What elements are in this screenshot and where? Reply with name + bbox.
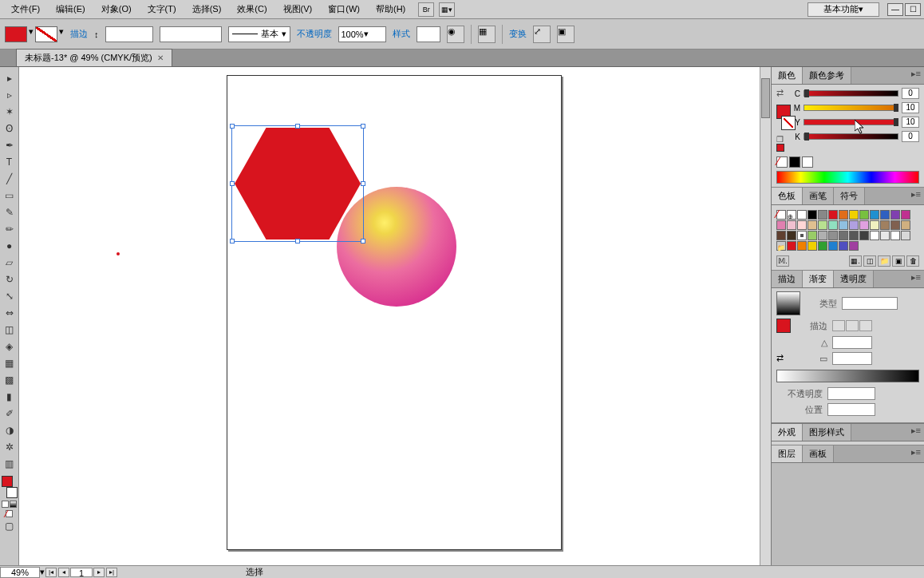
gradient-angle-field[interactable] (832, 336, 872, 349)
gradient-stop-position-field[interactable] (827, 403, 875, 416)
opacity-field[interactable]: 100% ▾ (338, 26, 386, 42)
reverse-gradient-icon[interactable]: ⇄ (776, 353, 791, 364)
tab-color-guide[interactable]: 颜色参考 (803, 67, 851, 84)
paintbrush-tool[interactable]: ✎ (2, 204, 18, 220)
menu-type[interactable]: 文字(T) (140, 1, 184, 18)
blend-tool[interactable]: ◑ (2, 422, 18, 438)
swatch-folder-icon[interactable]: 📁 (776, 241, 786, 251)
menu-view[interactable]: 视图(V) (275, 1, 321, 18)
stroke-grad-along-icon[interactable] (846, 320, 859, 331)
swatch-item[interactable] (849, 220, 859, 230)
rectangle-tool[interactable]: ▭ (2, 188, 18, 204)
swatch-item[interactable] (828, 231, 838, 240)
swatch-item[interactable] (849, 241, 859, 251)
swatch-item[interactable] (880, 220, 890, 230)
tab-layers[interactable]: 图层 (772, 445, 803, 462)
new-swatch-icon[interactable]: ▣ (892, 255, 905, 267)
menu-edit[interactable]: 编辑(E) (48, 1, 93, 18)
menu-help[interactable]: 帮助(H) (368, 1, 413, 18)
swatch-item[interactable] (890, 231, 900, 240)
menu-file[interactable]: 文件(F) (3, 1, 48, 18)
selection-handle[interactable] (361, 124, 365, 129)
isolate-button[interactable]: ▣ (557, 26, 575, 43)
swatch-item[interactable] (828, 220, 838, 230)
close-icon[interactable]: ✕ (157, 53, 164, 62)
swatch-item[interactable] (787, 231, 796, 240)
shape-builder-tool[interactable]: ◈ (2, 338, 18, 354)
selection-handle[interactable] (295, 239, 300, 243)
black-swatch-icon[interactable] (789, 156, 800, 168)
panel-menu-icon[interactable]: ▸≡ (908, 424, 924, 441)
slider-magenta[interactable] (804, 105, 898, 111)
column-graph-tool[interactable]: ▥ (2, 456, 18, 472)
tab-color[interactable]: 颜色 (772, 67, 803, 84)
swatch-item[interactable] (859, 210, 869, 220)
swatch-item[interactable] (901, 220, 910, 230)
eraser-tool[interactable]: ▱ (2, 255, 18, 271)
swatch-item[interactable] (797, 210, 807, 220)
screen-mode-button[interactable]: ▢ (2, 518, 18, 534)
slider-black[interactable] (804, 133, 898, 140)
selection-handle[interactable] (361, 181, 365, 186)
swatch-item[interactable] (839, 231, 848, 240)
variable-width-profile[interactable] (160, 26, 222, 42)
panel-menu-icon[interactable]: ▸≡ (908, 188, 924, 204)
document-tab[interactable]: 未标题-13* @ 49% (CMYK/预览) ✕ (16, 49, 172, 66)
swatch-none[interactable]: ⁄ (776, 210, 786, 220)
slider-cyan[interactable] (804, 90, 898, 97)
arrange-docs-icon[interactable]: ▦▾ (439, 2, 455, 17)
black-value[interactable]: 0 (902, 131, 919, 142)
zoom-level-field[interactable]: 49% (0, 567, 40, 578)
minimize-button[interactable]: — (887, 3, 903, 16)
swatch-item[interactable] (870, 210, 879, 220)
menu-window[interactable]: 窗口(W) (320, 1, 368, 18)
stroke-weight-dropdown-icon[interactable]: ↕ (94, 30, 99, 39)
tab-swatches[interactable]: 色板 (772, 188, 803, 204)
fill-swatch[interactable] (5, 26, 27, 42)
swatch-options-icon[interactable]: ◫ (863, 255, 876, 267)
show-swatch-kinds-icon[interactable]: ▦. (849, 255, 862, 267)
direct-selection-tool[interactable]: ▹ (2, 87, 18, 103)
next-artboard-button[interactable]: ▸ (93, 568, 105, 577)
tab-symbols[interactable]: 符号 (834, 188, 865, 204)
gradient-aspect-field[interactable] (832, 352, 872, 365)
swatch-item[interactable] (818, 220, 827, 230)
selection-handle[interactable] (230, 181, 235, 186)
swatch-item[interactable] (890, 210, 900, 220)
gradient-tool[interactable]: ▮ (2, 389, 18, 405)
selection-handle[interactable] (230, 124, 235, 129)
symbol-sprayer-tool[interactable]: ✲ (2, 439, 18, 455)
tab-appearance[interactable]: 外观 (772, 424, 803, 441)
swatch-item[interactable] (808, 231, 817, 240)
maximize-button[interactable]: ☐ (905, 3, 921, 16)
fill-stroke-indicator[interactable] (2, 476, 18, 498)
swatch-item[interactable] (797, 231, 807, 240)
artboard-number-field[interactable]: 1 (70, 568, 93, 577)
graphic-style-dropdown[interactable] (417, 26, 440, 42)
swatch-item[interactable] (818, 210, 827, 220)
panel-menu-icon[interactable]: ▸≡ (908, 445, 924, 462)
vertical-scrollbar[interactable] (760, 67, 771, 565)
swatch-item[interactable] (859, 220, 869, 230)
pencil-tool[interactable]: ✏ (2, 221, 18, 237)
gradient-preview[interactable] (776, 291, 800, 315)
swatch-item[interactable] (776, 231, 786, 240)
menu-object[interactable]: 对象(O) (93, 1, 140, 18)
gradient-fill-swatch[interactable] (776, 319, 791, 333)
selection-tool[interactable]: ▸ (2, 70, 18, 86)
transform-label[interactable]: 变换 (509, 28, 527, 40)
swatch-item[interactable] (849, 231, 859, 240)
stroke-swatch[interactable] (35, 26, 57, 42)
stroke-grad-across-icon[interactable] (859, 320, 872, 331)
stroke-grad-within-icon[interactable] (832, 320, 845, 331)
scale-tool[interactable]: ⤡ (2, 288, 18, 304)
panel-stroke-swatch[interactable] (781, 116, 796, 130)
pen-tool[interactable]: ✒ (2, 137, 18, 153)
delete-swatch-icon[interactable]: 🗑 (906, 255, 919, 267)
scrollbar-thumb[interactable] (761, 78, 770, 118)
none-mode-button[interactable]: ⁄ (6, 510, 13, 517)
tab-brushes[interactable]: 画笔 (803, 188, 834, 204)
lasso-tool[interactable]: ʘ (2, 121, 18, 137)
cyan-value[interactable]: 0 (902, 88, 919, 99)
swatch-item[interactable] (776, 220, 786, 230)
